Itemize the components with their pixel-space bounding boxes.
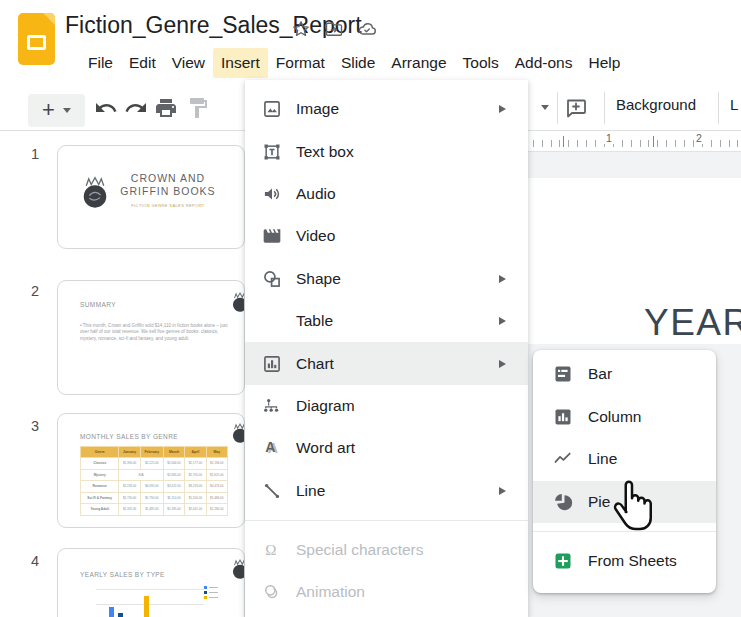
audio-icon <box>262 184 282 204</box>
insert-menu-item-image[interactable]: Image <box>245 88 528 130</box>
chart-submenu-item-bar[interactable]: Bar <box>533 353 716 396</box>
slide-thumbnail-3[interactable]: MONTHLY SALES BY GENRE GenreJanuaryFebru… <box>57 413 245 528</box>
insert-menu-item-animation[interactable]: Animation <box>245 571 528 613</box>
insert-menu-item-video[interactable]: Video <box>245 215 528 257</box>
insert-menu-item-table[interactable]: Table <box>245 300 528 342</box>
chart-legend-item <box>204 586 218 589</box>
no-icon <box>262 311 282 331</box>
insert-menu-item-chart[interactable]: Chart <box>245 342 528 384</box>
submenu-arrow-icon <box>499 487 506 495</box>
insert-menu-item-text-box[interactable]: Text box <box>245 130 528 172</box>
slide1-title-block: CROWN AND GRIFFIN BOOKS FICTION GENRE SA… <box>113 172 223 208</box>
chart-bar-yellow <box>144 596 149 617</box>
add-comment-icon[interactable] <box>565 96 589 120</box>
column-chart-icon <box>553 407 573 427</box>
submenu-arrow-icon <box>499 317 506 325</box>
insert-menu-item-shape[interactable]: Shape <box>245 258 528 300</box>
shape-icon <box>262 269 282 289</box>
submenu-arrow-icon <box>499 360 506 368</box>
canvas-title-text[interactable]: YEAR <box>644 302 741 344</box>
slides-icon-fold <box>43 13 55 25</box>
toolbar-separator <box>604 92 605 124</box>
slide-filmstrip[interactable]: 1 CROWN AND GRIFFIN BOOKS FICTION GENRE … <box>0 131 248 617</box>
ruler-half-tick <box>653 136 654 147</box>
slide3-heading: MONTHLY SALES BY GENRE <box>80 433 178 440</box>
sheets-icon <box>553 551 573 571</box>
menu-help[interactable]: Help <box>580 48 628 78</box>
chart-gridline <box>96 604 204 605</box>
chart-icon <box>262 354 282 374</box>
menu-tools[interactable]: Tools <box>455 48 507 78</box>
menu-addons[interactable]: Add-ons <box>507 48 581 78</box>
star-icon[interactable] <box>291 19 311 39</box>
slide-thumbnail-1[interactable]: CROWN AND GRIFFIN BOOKS FICTION GENRE SA… <box>57 145 245 249</box>
insert-menu-item-line[interactable]: Line <box>245 470 528 512</box>
line-icon <box>262 481 282 501</box>
slide2-bullet-text: This month, Crown and Griffin sold $14,1… <box>80 323 232 342</box>
chart-submenu-item-from-sheets[interactable]: From Sheets <box>533 540 716 583</box>
print-icon[interactable] <box>154 96 178 120</box>
menu-arrange[interactable]: Arrange <box>383 48 454 78</box>
toolbar-separator <box>718 92 719 124</box>
slide1-subtitle: FICTION GENRE SALES REPORT <box>113 203 223 208</box>
redo-icon[interactable] <box>124 96 148 120</box>
menu-file[interactable]: File <box>80 48 121 78</box>
image-icon <box>262 99 282 119</box>
menu-separator <box>245 520 528 521</box>
menu-view[interactable]: View <box>164 48 213 78</box>
chart-bar-navy <box>118 613 123 617</box>
video-icon <box>262 226 282 246</box>
title-action-icons <box>291 19 377 39</box>
hand-cursor <box>607 475 657 539</box>
slide2-heading: SUMMARY <box>80 301 116 308</box>
insert-menu-item-diagram[interactable]: Diagram <box>245 385 528 427</box>
slide-number: 4 <box>27 553 43 569</box>
word-art-icon: A A <box>262 438 282 458</box>
crown-griffin-logo <box>230 291 245 313</box>
bar-chart-icon <box>553 364 573 384</box>
slides-app-icon[interactable] <box>18 13 55 65</box>
layout-button-partial[interactable]: L <box>730 96 738 113</box>
toolbar-separator <box>557 92 558 124</box>
new-slide-caret-icon[interactable] <box>63 108 71 113</box>
insert-menu-item-word-art[interactable]: A A Word art <box>245 427 528 469</box>
undo-icon[interactable] <box>94 96 118 120</box>
menu-insert[interactable]: Insert <box>213 48 268 78</box>
chart-submenu-item-column[interactable]: Column <box>533 396 716 439</box>
slide4-heading: YEARLY SALES BY TYPE <box>80 571 165 578</box>
ruler-half-tick <box>563 136 564 147</box>
slides-icon-frame <box>27 35 46 50</box>
insert-menu-item-audio[interactable]: Audio <box>245 173 528 215</box>
insert-menu-item-special-characters[interactable]: Ω Special characters <box>245 529 528 571</box>
slide-number: 3 <box>27 418 43 434</box>
line-chart-icon <box>553 449 573 469</box>
diagram-icon <box>262 396 282 416</box>
omega-icon: Ω <box>262 540 282 560</box>
slide1-title-line1: CROWN AND <box>113 172 223 185</box>
chart-bar-blue <box>109 607 114 617</box>
slide-thumbnail-4[interactable]: YEARLY SALES BY TYPE <box>57 548 245 617</box>
menu-slide[interactable]: Slide <box>333 48 383 78</box>
paint-format-icon[interactable] <box>186 96 210 120</box>
submenu-arrow-icon <box>499 275 506 283</box>
svg-text:Ω: Ω <box>265 542 276 558</box>
slide1-title-line2: GRIFFIN BOOKS <box>113 185 223 198</box>
slide-number: 1 <box>27 146 43 162</box>
svg-text:A: A <box>265 439 275 455</box>
chart-submenu: Bar Column Line Pie <box>533 350 716 593</box>
animation-icon <box>262 582 282 602</box>
plus-icon: + <box>42 99 55 121</box>
zoom-caret-icon[interactable] <box>541 105 549 110</box>
menu-format[interactable]: Format <box>268 48 333 78</box>
menu-bar: File Edit View Insert Format Slide Arran… <box>80 48 628 78</box>
menu-edit[interactable]: Edit <box>121 48 164 78</box>
move-folder-icon[interactable] <box>324 19 344 39</box>
cloud-saved-icon[interactable] <box>357 19 377 39</box>
background-button[interactable]: Background <box>616 96 696 113</box>
text-box-icon <box>262 142 282 162</box>
pie-chart-icon <box>553 492 573 512</box>
ruler-label-1: 1 <box>604 132 614 144</box>
google-slides-window: Fiction_Genre_Sales_Report File Edit Vie… <box>0 0 741 617</box>
new-slide-button[interactable]: + <box>28 94 85 127</box>
slide-thumbnail-2[interactable]: SUMMARY This month, Crown and Griffin so… <box>57 280 245 395</box>
